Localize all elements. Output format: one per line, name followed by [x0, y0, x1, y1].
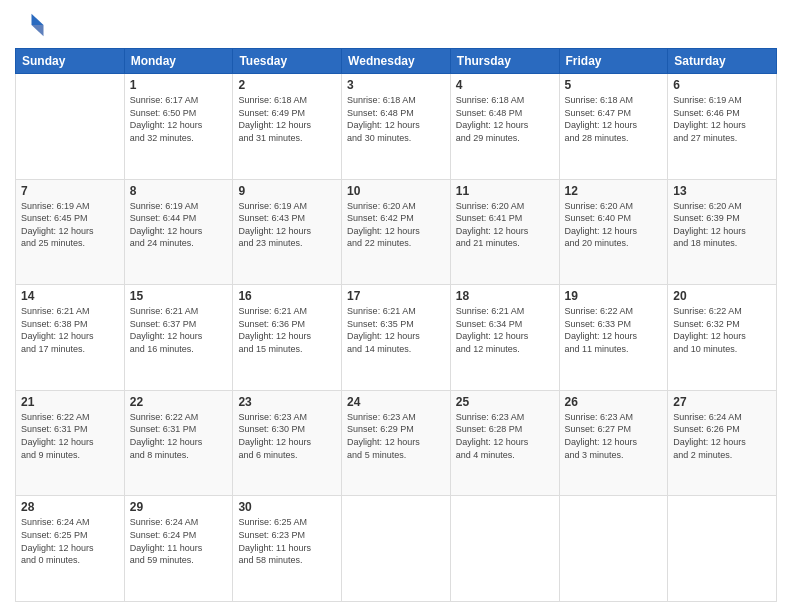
day-info: Sunrise: 6:21 AM Sunset: 6:38 PM Dayligh… [21, 305, 119, 355]
calendar-cell [559, 496, 668, 602]
calendar-cell: 24Sunrise: 6:23 AM Sunset: 6:29 PM Dayli… [342, 390, 451, 496]
svg-marker-1 [32, 25, 44, 36]
day-info: Sunrise: 6:24 AM Sunset: 6:25 PM Dayligh… [21, 516, 119, 566]
day-number: 28 [21, 500, 119, 514]
day-number: 4 [456, 78, 554, 92]
day-number: 3 [347, 78, 445, 92]
day-number: 16 [238, 289, 336, 303]
day-number: 18 [456, 289, 554, 303]
calendar-week-row: 21Sunrise: 6:22 AM Sunset: 6:31 PM Dayli… [16, 390, 777, 496]
header [15, 10, 777, 40]
day-number: 1 [130, 78, 228, 92]
calendar-week-row: 1Sunrise: 6:17 AM Sunset: 6:50 PM Daylig… [16, 74, 777, 180]
day-info: Sunrise: 6:18 AM Sunset: 6:47 PM Dayligh… [565, 94, 663, 144]
calendar-cell: 6Sunrise: 6:19 AM Sunset: 6:46 PM Daylig… [668, 74, 777, 180]
calendar-cell: 19Sunrise: 6:22 AM Sunset: 6:33 PM Dayli… [559, 285, 668, 391]
calendar-cell [668, 496, 777, 602]
day-info: Sunrise: 6:22 AM Sunset: 6:31 PM Dayligh… [130, 411, 228, 461]
day-info: Sunrise: 6:20 AM Sunset: 6:41 PM Dayligh… [456, 200, 554, 250]
day-number: 15 [130, 289, 228, 303]
day-number: 25 [456, 395, 554, 409]
day-info: Sunrise: 6:20 AM Sunset: 6:39 PM Dayligh… [673, 200, 771, 250]
calendar-cell: 4Sunrise: 6:18 AM Sunset: 6:48 PM Daylig… [450, 74, 559, 180]
day-info: Sunrise: 6:19 AM Sunset: 6:46 PM Dayligh… [673, 94, 771, 144]
day-info: Sunrise: 6:19 AM Sunset: 6:43 PM Dayligh… [238, 200, 336, 250]
day-info: Sunrise: 6:23 AM Sunset: 6:29 PM Dayligh… [347, 411, 445, 461]
calendar-cell: 10Sunrise: 6:20 AM Sunset: 6:42 PM Dayli… [342, 179, 451, 285]
calendar-header-thursday: Thursday [450, 49, 559, 74]
day-number: 12 [565, 184, 663, 198]
calendar-cell: 8Sunrise: 6:19 AM Sunset: 6:44 PM Daylig… [124, 179, 233, 285]
day-number: 17 [347, 289, 445, 303]
day-number: 8 [130, 184, 228, 198]
day-info: Sunrise: 6:18 AM Sunset: 6:48 PM Dayligh… [347, 94, 445, 144]
calendar-week-row: 28Sunrise: 6:24 AM Sunset: 6:25 PM Dayli… [16, 496, 777, 602]
day-info: Sunrise: 6:22 AM Sunset: 6:31 PM Dayligh… [21, 411, 119, 461]
day-info: Sunrise: 6:23 AM Sunset: 6:28 PM Dayligh… [456, 411, 554, 461]
calendar-cell: 3Sunrise: 6:18 AM Sunset: 6:48 PM Daylig… [342, 74, 451, 180]
calendar-cell: 28Sunrise: 6:24 AM Sunset: 6:25 PM Dayli… [16, 496, 125, 602]
day-info: Sunrise: 6:17 AM Sunset: 6:50 PM Dayligh… [130, 94, 228, 144]
day-info: Sunrise: 6:24 AM Sunset: 6:24 PM Dayligh… [130, 516, 228, 566]
calendar-header-wednesday: Wednesday [342, 49, 451, 74]
day-number: 7 [21, 184, 119, 198]
calendar-cell: 22Sunrise: 6:22 AM Sunset: 6:31 PM Dayli… [124, 390, 233, 496]
day-number: 11 [456, 184, 554, 198]
day-info: Sunrise: 6:23 AM Sunset: 6:30 PM Dayligh… [238, 411, 336, 461]
day-number: 13 [673, 184, 771, 198]
day-info: Sunrise: 6:19 AM Sunset: 6:45 PM Dayligh… [21, 200, 119, 250]
day-number: 27 [673, 395, 771, 409]
calendar-cell: 17Sunrise: 6:21 AM Sunset: 6:35 PM Dayli… [342, 285, 451, 391]
day-info: Sunrise: 6:25 AM Sunset: 6:23 PM Dayligh… [238, 516, 336, 566]
day-number: 22 [130, 395, 228, 409]
day-number: 2 [238, 78, 336, 92]
day-number: 21 [21, 395, 119, 409]
calendar-cell: 29Sunrise: 6:24 AM Sunset: 6:24 PM Dayli… [124, 496, 233, 602]
logo [15, 10, 47, 40]
calendar-cell: 13Sunrise: 6:20 AM Sunset: 6:39 PM Dayli… [668, 179, 777, 285]
day-info: Sunrise: 6:20 AM Sunset: 6:40 PM Dayligh… [565, 200, 663, 250]
calendar-cell: 30Sunrise: 6:25 AM Sunset: 6:23 PM Dayli… [233, 496, 342, 602]
calendar-cell: 9Sunrise: 6:19 AM Sunset: 6:43 PM Daylig… [233, 179, 342, 285]
calendar-cell: 26Sunrise: 6:23 AM Sunset: 6:27 PM Dayli… [559, 390, 668, 496]
day-info: Sunrise: 6:20 AM Sunset: 6:42 PM Dayligh… [347, 200, 445, 250]
day-info: Sunrise: 6:19 AM Sunset: 6:44 PM Dayligh… [130, 200, 228, 250]
calendar-header-tuesday: Tuesday [233, 49, 342, 74]
calendar-cell: 18Sunrise: 6:21 AM Sunset: 6:34 PM Dayli… [450, 285, 559, 391]
calendar-cell: 21Sunrise: 6:22 AM Sunset: 6:31 PM Dayli… [16, 390, 125, 496]
day-number: 24 [347, 395, 445, 409]
calendar-cell: 25Sunrise: 6:23 AM Sunset: 6:28 PM Dayli… [450, 390, 559, 496]
svg-marker-0 [32, 14, 44, 25]
day-number: 30 [238, 500, 336, 514]
day-number: 19 [565, 289, 663, 303]
calendar-cell: 7Sunrise: 6:19 AM Sunset: 6:45 PM Daylig… [16, 179, 125, 285]
day-number: 29 [130, 500, 228, 514]
calendar-week-row: 14Sunrise: 6:21 AM Sunset: 6:38 PM Dayli… [16, 285, 777, 391]
calendar-cell: 12Sunrise: 6:20 AM Sunset: 6:40 PM Dayli… [559, 179, 668, 285]
day-number: 23 [238, 395, 336, 409]
calendar-cell: 5Sunrise: 6:18 AM Sunset: 6:47 PM Daylig… [559, 74, 668, 180]
calendar-cell: 15Sunrise: 6:21 AM Sunset: 6:37 PM Dayli… [124, 285, 233, 391]
calendar-cell: 2Sunrise: 6:18 AM Sunset: 6:49 PM Daylig… [233, 74, 342, 180]
day-info: Sunrise: 6:18 AM Sunset: 6:49 PM Dayligh… [238, 94, 336, 144]
calendar-header-sunday: Sunday [16, 49, 125, 74]
day-info: Sunrise: 6:22 AM Sunset: 6:32 PM Dayligh… [673, 305, 771, 355]
calendar-cell [16, 74, 125, 180]
day-info: Sunrise: 6:23 AM Sunset: 6:27 PM Dayligh… [565, 411, 663, 461]
day-number: 20 [673, 289, 771, 303]
day-number: 6 [673, 78, 771, 92]
day-info: Sunrise: 6:18 AM Sunset: 6:48 PM Dayligh… [456, 94, 554, 144]
calendar-table: SundayMondayTuesdayWednesdayThursdayFrid… [15, 48, 777, 602]
day-info: Sunrise: 6:21 AM Sunset: 6:37 PM Dayligh… [130, 305, 228, 355]
calendar-cell [450, 496, 559, 602]
calendar-header-monday: Monday [124, 49, 233, 74]
calendar-header-saturday: Saturday [668, 49, 777, 74]
calendar-cell: 1Sunrise: 6:17 AM Sunset: 6:50 PM Daylig… [124, 74, 233, 180]
day-number: 14 [21, 289, 119, 303]
calendar-cell: 14Sunrise: 6:21 AM Sunset: 6:38 PM Dayli… [16, 285, 125, 391]
calendar-cell: 20Sunrise: 6:22 AM Sunset: 6:32 PM Dayli… [668, 285, 777, 391]
day-number: 26 [565, 395, 663, 409]
day-info: Sunrise: 6:21 AM Sunset: 6:35 PM Dayligh… [347, 305, 445, 355]
day-info: Sunrise: 6:24 AM Sunset: 6:26 PM Dayligh… [673, 411, 771, 461]
calendar-cell [342, 496, 451, 602]
